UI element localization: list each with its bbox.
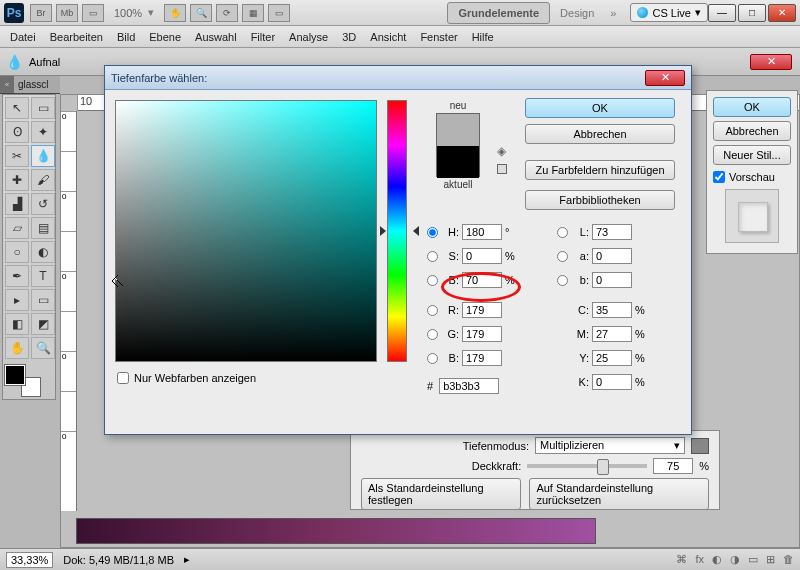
gamut-warning-icon[interactable]: ◈ — [497, 144, 506, 158]
eraser-tool[interactable]: ▱ — [5, 217, 29, 239]
maximize-button[interactable]: □ — [738, 4, 766, 22]
3d-tool[interactable]: ◧ — [5, 313, 29, 335]
screen-mode-icon[interactable]: ▭ — [82, 4, 104, 22]
menu-analyse[interactable]: Analyse — [289, 31, 328, 43]
preview-checkbox[interactable]: Vorschau — [713, 171, 791, 183]
zoom-tool[interactable]: 🔍 — [31, 337, 55, 359]
menu-datei[interactable]: Datei — [10, 31, 36, 43]
eyedropper-tool[interactable]: 💧 — [31, 145, 55, 167]
status-trash-icon[interactable]: 🗑 — [783, 553, 794, 566]
a-radio[interactable] — [557, 251, 568, 262]
bl-radio[interactable] — [427, 353, 438, 364]
menu-bild[interactable]: Bild — [117, 31, 135, 43]
tabstrip-arrows-icon[interactable]: « — [0, 76, 14, 93]
type-tool[interactable]: T — [31, 265, 55, 287]
tiefenfarbe-swatch[interactable] — [691, 438, 709, 454]
color-libraries-button[interactable]: Farbbibliotheken — [525, 190, 675, 210]
crop-tool[interactable]: ✂ — [5, 145, 29, 167]
close-button[interactable]: ✕ — [768, 4, 796, 22]
r-input[interactable] — [462, 302, 502, 318]
picker-cancel-button[interactable]: Abbrechen — [525, 124, 675, 144]
dialog-close-button[interactable]: ✕ — [645, 70, 685, 86]
menu-hilfe[interactable]: Hilfe — [472, 31, 494, 43]
r-radio[interactable] — [427, 305, 438, 316]
set-default-button[interactable]: Als Standardeinstellung festlegen — [361, 478, 521, 510]
hand-tool[interactable]: ✋ — [5, 337, 29, 359]
saturation-value-field[interactable] — [115, 100, 377, 362]
b-input[interactable] — [462, 272, 502, 288]
c-input[interactable] — [592, 302, 632, 318]
menu-bearbeiten[interactable]: Bearbeiten — [50, 31, 103, 43]
minimize-button[interactable]: — — [708, 4, 736, 22]
websafe-swatch[interactable] — [497, 164, 507, 174]
side-cancel-button[interactable]: Abbrechen — [713, 121, 791, 141]
subwindow-close-button[interactable]: ✕ — [750, 54, 792, 70]
k-input[interactable] — [592, 374, 632, 390]
l-input[interactable] — [592, 224, 632, 240]
status-adjust-icon[interactable]: ◑ — [730, 553, 740, 566]
document-tab[interactable]: glasscl — [14, 76, 60, 93]
zoom-chevron-icon[interactable]: ▾ — [148, 6, 154, 19]
status-link-icon[interactable]: ⌘ — [676, 553, 687, 566]
rotate-view-icon[interactable]: ⟳ — [216, 4, 238, 22]
add-to-swatches-button[interactable]: Zu Farbfeldern hinzufügen — [525, 160, 675, 180]
eyedropper-icon[interactable]: 💧 — [6, 54, 23, 70]
status-fx-icon[interactable]: fx — [695, 553, 704, 566]
picker-ok-button[interactable]: OK — [525, 98, 675, 118]
m-input[interactable] — [592, 326, 632, 342]
blur-tool[interactable]: ○ — [5, 241, 29, 263]
lab-b-input[interactable] — [592, 272, 632, 288]
g-radio[interactable] — [427, 329, 438, 340]
tiefenmodus-select[interactable]: Multiplizieren▾ — [535, 437, 685, 454]
current-color-swatch[interactable] — [437, 146, 479, 178]
path-select-tool[interactable]: ▸ — [5, 289, 29, 311]
minibridge-icon[interactable]: Mb — [56, 4, 78, 22]
workspace-more-icon[interactable]: » — [610, 7, 616, 19]
bridge-icon[interactable]: Br — [30, 4, 52, 22]
3d-camera-tool[interactable]: ◩ — [31, 313, 55, 335]
deckkraft-input[interactable]: 75 — [653, 458, 693, 474]
status-dok[interactable]: Dok: 5,49 MB/11,8 MB — [63, 554, 174, 566]
l-radio[interactable] — [557, 227, 568, 238]
arrange-icon[interactable]: ▦ — [242, 4, 264, 22]
reset-default-button[interactable]: Auf Standardeinstellung zurücksetzen — [529, 478, 709, 510]
menu-3d[interactable]: 3D — [342, 31, 356, 43]
status-new-icon[interactable]: ⊞ — [766, 553, 775, 566]
dodge-tool[interactable]: ◐ — [31, 241, 55, 263]
gradient-tool[interactable]: ▤ — [31, 217, 55, 239]
quick-select-tool[interactable]: ✦ — [31, 121, 55, 143]
bl-input[interactable] — [462, 350, 502, 366]
new-color-swatch[interactable] — [437, 114, 479, 146]
new-style-button[interactable]: Neuer Stil... — [713, 145, 791, 165]
h-radio[interactable] — [427, 227, 438, 238]
lab-b-radio[interactable] — [557, 275, 568, 286]
status-folder-icon[interactable]: ▭ — [748, 553, 758, 566]
hex-input[interactable] — [439, 378, 499, 394]
y-input[interactable] — [592, 350, 632, 366]
zoom-level[interactable]: 100% — [114, 7, 142, 19]
a-input[interactable] — [592, 248, 632, 264]
preview-checkbox-input[interactable] — [713, 171, 725, 183]
move-tool[interactable]: ↖ — [5, 97, 29, 119]
web-colors-only-checkbox[interactable]: Nur Webfarben anzeigen — [117, 372, 256, 384]
foreground-color-swatch[interactable] — [5, 365, 25, 385]
marquee-tool[interactable]: ▭ — [31, 97, 55, 119]
menu-ebene[interactable]: Ebene — [149, 31, 181, 43]
menu-auswahl[interactable]: Auswahl — [195, 31, 237, 43]
menu-fenster[interactable]: Fenster — [420, 31, 457, 43]
deckkraft-slider[interactable] — [527, 464, 647, 468]
s-radio[interactable] — [427, 251, 438, 262]
s-input[interactable] — [462, 248, 502, 264]
healing-tool[interactable]: ✚ — [5, 169, 29, 191]
brush-tool[interactable]: 🖌 — [31, 169, 55, 191]
history-brush-tool[interactable]: ↺ — [31, 193, 55, 215]
menu-filter[interactable]: Filter — [251, 31, 275, 43]
status-mask-icon[interactable]: ◐ — [712, 553, 722, 566]
cslive-button[interactable]: CS Live ▾ — [630, 3, 708, 22]
lasso-tool[interactable]: ʘ — [5, 121, 29, 143]
shape-tool[interactable]: ▭ — [31, 289, 55, 311]
side-ok-button[interactable]: OK — [713, 97, 791, 117]
status-zoom[interactable]: 33,33% — [6, 552, 53, 568]
hand-tool-icon[interactable]: ✋ — [164, 4, 186, 22]
status-chevron-icon[interactable]: ▸ — [184, 553, 190, 566]
